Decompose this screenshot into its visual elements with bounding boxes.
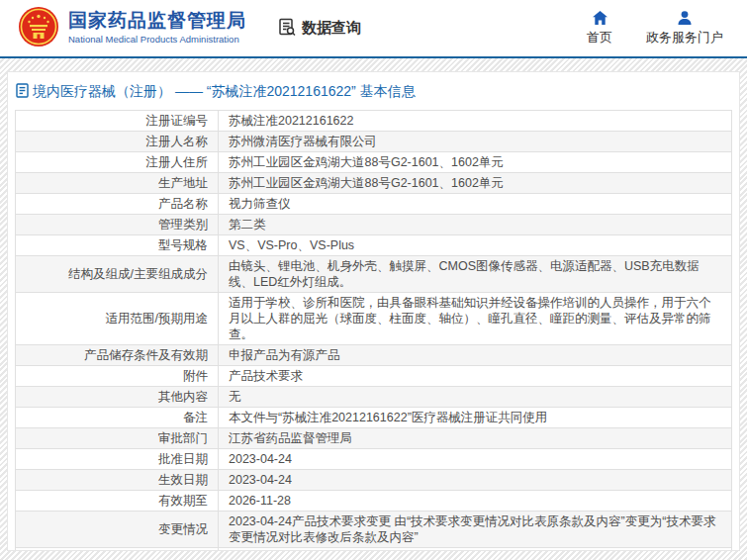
field-label-text: 有效期至 bbox=[158, 494, 208, 508]
document-search-icon bbox=[278, 18, 297, 40]
nav-portal[interactable]: 政务服务门户 bbox=[646, 10, 723, 47]
field-label: 产品储存条件及有效期 bbox=[16, 345, 219, 366]
table-row: 注册人住所苏州工业园区金鸡湖大道88号G2-1601、1602单元 bbox=[16, 152, 732, 173]
field-label-text: 变更情况 bbox=[158, 522, 208, 536]
nav-home-label: 首页 bbox=[587, 29, 612, 47]
field-value-text: 第二类 bbox=[229, 218, 266, 232]
field-value: 申报产品为有源产品 bbox=[219, 345, 732, 366]
field-value: 2023-04-24 bbox=[219, 449, 732, 470]
field-value: 2023-04-24产品技术要求变更 由“技术要求变更情况对比表原条款及内容”变… bbox=[219, 512, 732, 548]
nav-data-query[interactable]: 数据查询 bbox=[278, 18, 361, 40]
field-value: 本文件与“苏械注准20212161622”医疗器械注册证共同使用 bbox=[219, 408, 732, 428]
field-value: 视力筛查仪 bbox=[219, 194, 732, 215]
nav-home[interactable]: 首页 bbox=[587, 10, 612, 47]
table-row: 型号规格VS、VS-Pro、VS-Plus bbox=[16, 235, 732, 256]
field-label: 生效日期 bbox=[16, 470, 219, 491]
field-value-text: 2026-11-28 bbox=[229, 494, 291, 508]
field-value-text: 产品技术要求 bbox=[229, 369, 303, 383]
field-value: 苏州微清医疗器械有限公司 bbox=[219, 132, 732, 152]
field-value: 2026-11-28 bbox=[219, 491, 732, 512]
table-row: 附件产品技术要求 bbox=[16, 366, 732, 387]
field-value-text: 苏械注准20212161622 bbox=[229, 114, 353, 128]
field-label-text: 批准日期 bbox=[158, 452, 208, 466]
field-value-text: 2023-04-24 bbox=[229, 452, 292, 466]
field-value-text: 适用于学校、诊所和医院，由具备眼科基础知识并经设备操作培训的人员操作，用于六个月… bbox=[229, 296, 711, 341]
page-title: 境内医疗器械（注册） —— “苏械注准20212161622” 基本信息 bbox=[8, 72, 739, 110]
field-label-text: 管理类别 bbox=[158, 218, 208, 232]
field-label-text: 注册人住所 bbox=[146, 155, 209, 169]
table-row: 产品储存条件及有效期申报产品为有源产品 bbox=[16, 345, 732, 366]
field-value: 产品技术要求 bbox=[219, 366, 732, 387]
field-value-text: 苏州工业园区金鸡湖大道88号G2-1601、1602单元 bbox=[229, 176, 504, 190]
table-row: 产品名称视力筛查仪 bbox=[16, 194, 732, 215]
org-names: 国家药品监督管理局 National Medical Products Admi… bbox=[68, 11, 246, 45]
field-value-text: 申报产品为有源产品 bbox=[229, 348, 340, 362]
field-label: 注册人住所 bbox=[16, 152, 219, 173]
field-label-text: 其他内容 bbox=[158, 390, 208, 404]
header-right-nav: 首页 政务服务门户 bbox=[587, 10, 723, 47]
field-label: 注 bbox=[16, 548, 219, 552]
table-row: 注册证编号苏械注准20212161622 bbox=[16, 111, 732, 132]
field-label: 型号规格 bbox=[16, 235, 219, 256]
page-title-text: 境内医疗器械（注册） —— “苏械注准20212161622” 基本信息 bbox=[33, 83, 416, 101]
field-label: 附件 bbox=[16, 366, 219, 387]
field-label-text: 适用范围/预期用途 bbox=[106, 312, 208, 326]
field-label: 有效期至 bbox=[16, 491, 219, 512]
table-row: 其他内容无 bbox=[16, 387, 732, 408]
table-row: 批准日期2023-04-24 bbox=[16, 449, 732, 470]
field-value: 江苏省药品监督管理局 bbox=[219, 428, 732, 449]
field-value: 适用于学校、诊所和医院，由具备眼科基础知识并经设备操作培训的人员操作，用于六个月… bbox=[219, 293, 732, 345]
field-value-text: 无 bbox=[229, 390, 241, 404]
field-value: 第二类 bbox=[219, 215, 732, 235]
field-value-text: 苏州微清医疗器械有限公司 bbox=[229, 135, 377, 148]
table-row: 生产地址苏州工业园区金鸡湖大道88号G2-1601、1602单元 bbox=[16, 173, 732, 194]
field-label: 生产地址 bbox=[16, 173, 219, 194]
nav-portal-label: 政务服务门户 bbox=[646, 29, 723, 47]
info-table-body: 注册证编号苏械注准20212161622注册人名称苏州微清医疗器械有限公司注册人… bbox=[16, 111, 732, 552]
field-label: 产品名称 bbox=[16, 194, 219, 215]
field-label-text: 生产地址 bbox=[158, 176, 208, 190]
field-value-text: 2023-04-24 bbox=[229, 473, 292, 487]
field-label: 管理类别 bbox=[16, 215, 219, 235]
nmpa-logo[interactable]: 国家药品监督管理局 National Medical Products Admi… bbox=[18, 4, 246, 53]
field-value: 苏州工业园区金鸡湖大道88号G2-1601、1602单元 bbox=[219, 173, 732, 194]
table-row: 管理类别第二类 bbox=[16, 215, 732, 235]
field-label: 适用范围/预期用途 bbox=[16, 293, 219, 345]
field-label-text: 结构及组成/主要组成成分 bbox=[68, 267, 208, 281]
field-label: 结构及组成/主要组成成分 bbox=[16, 256, 219, 293]
field-value: 苏州工业园区金鸡湖大道88号G2-1601、1602单元 bbox=[219, 152, 732, 173]
site-header: 国家药品监督管理局 National Medical Products Admi… bbox=[0, 0, 747, 56]
field-value-text: 2023-04-24产品技术要求变更 由“技术要求变更情况对比表原条款及内容”变… bbox=[229, 514, 715, 544]
nav-data-query-label: 数据查询 bbox=[302, 19, 361, 38]
field-label: 批准日期 bbox=[16, 449, 219, 470]
field-value-text: 本文件与“苏械注准20212161622”医疗器械注册证共同使用 bbox=[229, 411, 547, 424]
org-name-en: National Medical Products Administration bbox=[68, 35, 246, 45]
table-row: 生效日期2023-04-24 bbox=[16, 470, 732, 491]
page-background: 境内医疗器械（注册） —— “苏械注准20212161622” 基本信息 注册证… bbox=[0, 58, 747, 560]
document-icon bbox=[16, 83, 29, 101]
field-label-text: 附件 bbox=[183, 369, 208, 383]
field-label: 注册证编号 bbox=[16, 111, 219, 132]
field-value-text: 由镜头、锂电池、机身外壳、触摸屏、CMOS图像传感器、电源适配器、USB充电数据… bbox=[229, 259, 700, 289]
content-card: 境内医疗器械（注册） —— “苏械注准20212161622” 基本信息 注册证… bbox=[7, 71, 740, 551]
field-label-text: 产品名称 bbox=[158, 197, 208, 211]
table-row: 注详情 bbox=[16, 548, 732, 552]
table-row: 注册人名称苏州微清医疗器械有限公司 bbox=[16, 132, 732, 152]
field-value: 由镜头、锂电池、机身外壳、触摸屏、CMOS图像传感器、电源适配器、USB充电数据… bbox=[219, 256, 732, 293]
home-icon bbox=[592, 10, 608, 26]
national-emblem-icon bbox=[18, 4, 59, 53]
field-label: 注册人名称 bbox=[16, 132, 219, 152]
field-label: 变更情况 bbox=[16, 512, 219, 548]
field-value: 2023-04-24 bbox=[219, 470, 732, 491]
field-value-text: 视力筛查仪 bbox=[229, 197, 291, 211]
field-label-text: 产品储存条件及有效期 bbox=[84, 348, 208, 362]
field-value-text: 江苏省药品监督管理局 bbox=[229, 431, 352, 445]
table-row: 适用范围/预期用途适用于学校、诊所和医院，由具备眼科基础知识并经设备操作培训的人… bbox=[16, 293, 732, 345]
field-value: VS、VS-Pro、VS-Plus bbox=[219, 235, 732, 256]
field-value: 详情 bbox=[219, 548, 732, 552]
field-label: 备注 bbox=[16, 408, 219, 428]
field-value-text: VS、VS-Pro、VS-Plus bbox=[229, 238, 354, 252]
table-row: 有效期至2026-11-28 bbox=[16, 491, 732, 512]
table-row: 变更情况2023-04-24产品技术要求变更 由“技术要求变更情况对比表原条款及… bbox=[16, 512, 732, 548]
field-value: 苏械注准20212161622 bbox=[219, 111, 732, 132]
